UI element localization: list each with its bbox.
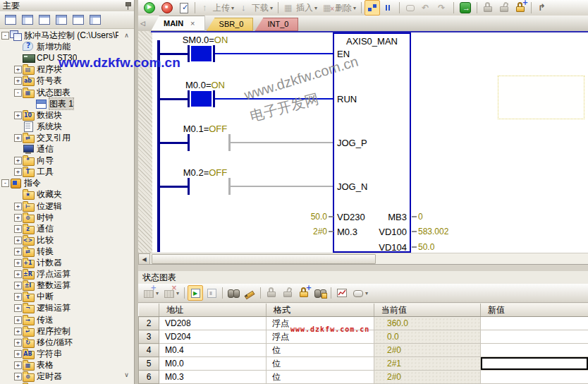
address-cell[interactable]: M0.4 [159, 344, 267, 357]
expand-toggle[interactable]: + [14, 282, 22, 289]
trend-view-button[interactable] [334, 285, 350, 301]
tree-item[interactable]: +T工具 [0, 166, 134, 177]
new-value-cell[interactable] [481, 357, 588, 371]
expand-toggle[interactable]: + [14, 77, 22, 85]
current-value-cell[interactable]: 2#0 [374, 371, 481, 384]
tree-item[interactable]: +*向导 [0, 155, 134, 166]
dropdown-arrow-icon[interactable]: ▾ [314, 5, 317, 11]
chart-status-button[interactable]: ▶ [188, 285, 203, 301]
insert-button[interactable]: 插入▾ [281, 0, 319, 16]
tree-item[interactable]: +▤程序块 [0, 64, 134, 75]
tree-item[interactable]: +τ中断 [0, 291, 134, 302]
tree-item[interactable]: 系统块 [0, 121, 134, 132]
expand-toggle[interactable]: + [14, 134, 22, 142]
format-cell[interactable]: 浮点 [267, 330, 374, 344]
compile-button[interactable]: ✓ [176, 0, 192, 16]
goto-button[interactable]: → [457, 0, 474, 16]
expand-toggle[interactable]: + [14, 293, 22, 301]
write-all-button[interactable] [242, 285, 257, 301]
expand-toggle[interactable]: + [14, 66, 22, 73]
delete-button[interactable]: 删除▾ [320, 0, 358, 16]
expand-toggle[interactable]: + [14, 236, 22, 244]
address-cell[interactable]: M0.0 [159, 357, 267, 371]
tab-main[interactable]: MAIN× [151, 16, 205, 31]
prev-bookmark-button[interactable] [419, 0, 434, 16]
horizontal-scrollbar[interactable]: ◀ [138, 253, 588, 265]
tree-item[interactable]: ++1计数器 [0, 257, 134, 268]
expand-toggle[interactable]: + [14, 328, 22, 335]
download-button[interactable]: 下载▾ [237, 0, 275, 16]
delete-row-button[interactable]: ×▾ [161, 285, 181, 301]
tag-button[interactable]: ▾ [350, 285, 370, 301]
tree-item[interactable]: +↻移位/循环 [0, 337, 134, 348]
expand-toggle[interactable]: + [14, 168, 22, 176]
format-cell[interactable]: 位 [267, 371, 374, 384]
program-status-button[interactable] [365, 0, 380, 16]
view-crossref-button[interactable] [70, 13, 87, 27]
stop-button[interactable]: ■ [159, 0, 176, 16]
function-block[interactable]: AXIS0_MAN ENRUNJOG_PJOG_NVD230M0.3MB3VD1… [333, 32, 411, 253]
expand-toggle[interactable]: + [14, 157, 22, 164]
tree-item[interactable]: 图表 1 [0, 98, 134, 109]
tree-item[interactable]: +⇄交叉引用 [0, 132, 134, 143]
view-project-button[interactable] [2, 13, 19, 27]
pause-program-status-button[interactable] [381, 0, 396, 16]
read-forced-button[interactable] [312, 285, 328, 301]
collapse-toggle[interactable]: - [14, 89, 22, 97]
tree-item[interactable]: +→传送 [0, 314, 134, 325]
tab-sbr_0[interactable]: SBR_0 [207, 18, 254, 31]
current-value-cell[interactable]: 0.0 [374, 330, 481, 344]
upload-button[interactable]: 上传▾ [198, 0, 236, 16]
tree-scroll-down-icon[interactable]: ∨ [122, 371, 131, 379]
dropdown-arrow-icon[interactable]: ▾ [365, 290, 368, 296]
collapse-toggle[interactable]: - [1, 179, 9, 187]
tree-scroll-up-icon[interactable]: ∧ [122, 32, 131, 40]
format-cell[interactable]: 位 [267, 344, 374, 357]
tab-int_0[interactable]: INT_0 [255, 18, 298, 31]
tree-item[interactable]: +¬逻辑运算 [0, 302, 134, 313]
empty-network-box[interactable] [498, 76, 584, 119]
dropdown-arrow-icon[interactable]: ▾ [270, 5, 273, 11]
tree-item[interactable]: +⊙时钟 [0, 212, 134, 223]
tree-item[interactable]: ?新增功能 [0, 41, 134, 52]
tree-item[interactable]: -▦状态图表 [0, 87, 134, 98]
tree-item[interactable]: +10数据块 [0, 109, 134, 121]
view-symbol-table-button[interactable] [19, 13, 36, 27]
current-value-cell[interactable]: 2#1 [374, 357, 481, 371]
tree-item[interactable]: +±I整数运算 [0, 280, 134, 291]
row-number[interactable]: 2 [139, 317, 159, 330]
expand-toggle[interactable]: + [14, 361, 22, 369]
new-value-cell[interactable] [481, 317, 588, 330]
tree-item[interactable]: +<>比较 [0, 234, 134, 246]
expand-toggle[interactable]: + [14, 373, 22, 380]
format-cell[interactable]: 浮点 [267, 317, 374, 330]
pause-chart-button[interactable]: ‖ [204, 285, 219, 301]
expand-toggle[interactable]: + [14, 350, 22, 358]
expand-toggle[interactable]: + [14, 225, 22, 233]
close-tab-icon[interactable]: × [190, 19, 195, 28]
row-number[interactable]: 4 [139, 344, 159, 357]
unforce-value-button[interactable] [280, 285, 295, 301]
tree-item[interactable]: +z通信 [0, 223, 134, 234]
expand-toggle[interactable]: + [14, 112, 22, 119]
row-number[interactable]: 5 [139, 357, 159, 371]
tree-item[interactable]: -脉冲马达控制 (C:\Users\Pub [0, 30, 134, 41]
scroll-left-button[interactable]: ◀ [138, 253, 150, 265]
force-value-button[interactable] [264, 285, 279, 301]
force-all-values-button[interactable]: + [296, 285, 312, 301]
tree-item[interactable]: +⊢位逻辑 [0, 200, 134, 212]
force-all-button[interactable]: + [513, 0, 528, 16]
current-value-cell[interactable]: 2#0 [374, 344, 481, 357]
collapse-toggle[interactable]: - [1, 32, 9, 40]
expand-toggle[interactable]: + [14, 304, 22, 312]
view-data-block-button[interactable] [53, 13, 70, 27]
expand-toggle[interactable]: + [14, 316, 22, 324]
dropdown-arrow-icon[interactable]: ▾ [231, 5, 234, 11]
ladder-editor[interactable]: SM0.0=ONM0.0=ONM0.1=OFFM0.2=OFF AXIS0_MA… [138, 31, 588, 253]
tree-item[interactable]: 通信 [0, 143, 134, 155]
address-cell[interactable]: VD208 [159, 317, 267, 330]
new-value-cell[interactable] [481, 330, 588, 344]
expand-toggle[interactable]: + [14, 339, 22, 347]
expand-toggle[interactable]: + [14, 270, 22, 278]
contact-closed[interactable] [191, 46, 212, 61]
